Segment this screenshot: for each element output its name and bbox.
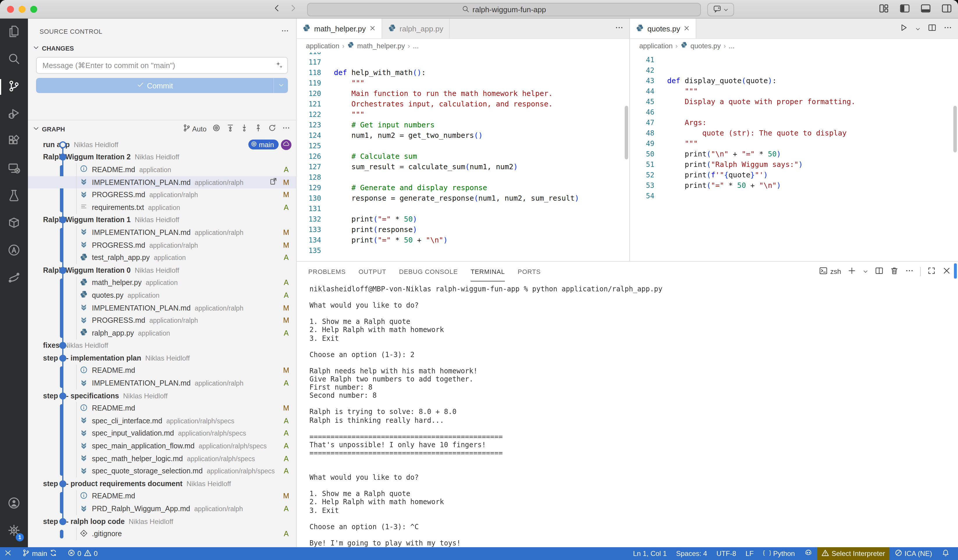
activity-run-and-debug[interactable]	[0, 101, 28, 128]
status-cursor-position[interactable]: Ln 1, Col 1	[629, 547, 671, 560]
close-tab-icon[interactable]	[684, 24, 690, 33]
graph-file-row[interactable]: PRD_Ralph_Wiggum_App.mdapplication/ralph…	[28, 503, 296, 515]
status-indentation[interactable]: Spaces: 4	[672, 547, 711, 560]
commit-button[interactable]: Commit	[36, 78, 273, 93]
graph-commit-row[interactable]: Ralph Wiggum Iteration 0Niklas Heidloff	[28, 264, 296, 276]
panel-tab-terminal[interactable]: TERMINAL	[471, 262, 505, 281]
graph-commit-row[interactable]: run appNiklas Heidloffmain	[28, 138, 296, 151]
graph-commit-row[interactable]: step 2 - specificationsNiklas Heidloff	[28, 390, 296, 402]
more-actions-icon[interactable]	[944, 23, 952, 34]
editor-scrollbar[interactable]	[953, 106, 957, 152]
zoom-window-button[interactable]	[30, 6, 37, 13]
graph-file-row[interactable]: .gitignoreA	[28, 528, 296, 540]
graph-file-row[interactable]: README.mdapplicationA	[28, 163, 296, 176]
customize-layout-icon[interactable]	[878, 3, 889, 16]
terminal-output[interactable]: niklasheidloff@MBP-von-Niklas ralph-wigg…	[297, 281, 958, 547]
split-editor-icon[interactable]	[928, 23, 936, 34]
push-button[interactable]	[254, 124, 262, 134]
graph-file-row[interactable]: test_ralph_app.pyapplicationA	[28, 252, 296, 264]
activity-containers[interactable]	[0, 210, 28, 237]
refresh-button[interactable]	[268, 124, 276, 134]
panel-tab-problems[interactable]: PROBLEMS	[308, 262, 346, 281]
terminal-shell-selector[interactable]: zsh	[819, 267, 841, 277]
navigate-back-icon[interactable]	[271, 3, 283, 14]
panel-scrollbar[interactable]	[954, 263, 957, 279]
editor-scrollbar[interactable]	[625, 106, 628, 159]
status-ica-status[interactable]: ICA (NE)	[890, 547, 936, 560]
graph-file-row[interactable]: spec_quote_storage_selection.mdapplicati…	[28, 465, 296, 478]
graph-file-row[interactable]: requirements.txtapplicationA	[28, 201, 296, 214]
navigate-forward-icon[interactable]	[287, 3, 299, 14]
status-copilot[interactable]	[800, 547, 816, 560]
panel-tab-ports[interactable]: PORTS	[518, 262, 541, 281]
graph-file-row[interactable]: README.mdM	[28, 364, 296, 377]
commit-dropdown-button[interactable]	[273, 78, 288, 93]
chat-button[interactable]	[707, 3, 734, 16]
graph-commit-row[interactable]: Ralph Wiggum Iteration 2Niklas Heidloff	[28, 151, 296, 163]
graph-file-row[interactable]: spec_cli_interface.mdapplication/ralph/s…	[28, 415, 296, 427]
commit-message-input[interactable]	[36, 57, 288, 74]
close-tab-icon[interactable]	[370, 24, 376, 33]
activity-search[interactable]	[0, 46, 28, 73]
activity-remote-explorer[interactable]	[0, 155, 28, 182]
chevron-down-icon[interactable]	[863, 267, 868, 277]
minimize-window-button[interactable]	[19, 6, 25, 13]
activity-extension-link[interactable]	[0, 265, 28, 292]
activity-explorer[interactable]	[0, 19, 28, 46]
graph-commit-row[interactable]: step 3 - implementation planNiklas Heidl…	[28, 352, 296, 364]
run-python-file-icon[interactable]	[899, 23, 908, 34]
status-notifications[interactable]	[937, 547, 953, 560]
graph-commit-row[interactable]: step 0 - ralph loop codeNiklas Heidloff	[28, 515, 296, 528]
graph-file-row[interactable]: IMPLEMENTATION_PLAN.mdapplication/ralphA	[28, 377, 296, 390]
graph-section-header[interactable]: GRAPH	[42, 125, 65, 132]
more-actions-icon[interactable]	[281, 27, 289, 36]
graph-file-row[interactable]: quotes.pyapplicationA	[28, 289, 296, 301]
status-select-interpreter[interactable]: Select Interpreter	[817, 547, 889, 560]
toggle-primary-sidebar-icon[interactable]	[899, 3, 910, 16]
branch-badge[interactable]: main	[248, 140, 279, 150]
status-language-mode[interactable]: { }Python	[759, 547, 799, 560]
graph-file-row[interactable]: PROGRESS.mdapplication/ralphM	[28, 239, 296, 252]
changes-section-header[interactable]: CHANGES	[28, 36, 296, 52]
tab-quotes[interactable]: quotes.py	[630, 19, 696, 38]
graph-file-row[interactable]: ralph_app.pyapplicationA	[28, 327, 296, 339]
tab-math-helper[interactable]: math_helper.py	[297, 19, 382, 38]
toggle-panel-icon[interactable]	[920, 3, 931, 16]
activity-accounts[interactable]	[0, 490, 28, 517]
generate-commit-message-icon[interactable]	[275, 61, 283, 71]
panel-tab-debug-console[interactable]: DEBUG CONSOLE	[399, 262, 458, 281]
toggle-secondary-sidebar-icon[interactable]	[941, 3, 952, 16]
activity-extension-a[interactable]	[0, 237, 28, 265]
graph-file-row[interactable]: PROGRESS.mdapplication/ralphM	[28, 314, 296, 327]
status-branch-status[interactable]: main	[18, 547, 61, 560]
graph-file-row[interactable]: IMPLEMENTATION_PLAN.mdapplication/ralphM	[28, 301, 296, 314]
activity-settings[interactable]: 1	[0, 517, 28, 545]
code-editor-math-helper[interactable]: 116117118def help_with_math():119 """120…	[297, 52, 630, 260]
maximize-panel-icon[interactable]	[927, 266, 936, 277]
auto-toggle[interactable]: Auto	[183, 124, 206, 134]
kill-terminal-icon[interactable]	[890, 266, 899, 277]
tab-ralph-app[interactable]: ralph_app.py	[382, 19, 450, 38]
graph-file-row[interactable]: PROGRESS.mdapplication/ralphM	[28, 189, 296, 201]
status-remote-indicator[interactable]	[0, 547, 16, 560]
graph-file-row[interactable]: spec_math_helper_logic.mdapplication/ral…	[28, 452, 296, 465]
code-editor-quotes[interactable]: 414243def display_quote(quote):44 """45 …	[630, 52, 958, 260]
graph-file-row[interactable]: README.mdM	[28, 402, 296, 415]
open-file-icon[interactable]	[269, 179, 278, 187]
fetch-button[interactable]	[226, 124, 235, 134]
graph-file-row[interactable]: README.mdM	[28, 490, 296, 503]
graph-file-row[interactable]: math_helper.pyapplicationA	[28, 276, 296, 289]
graph-file-row[interactable]: spec_input_validation.mdapplication/ralp…	[28, 427, 296, 439]
more-actions-icon[interactable]	[615, 23, 623, 34]
close-panel-icon[interactable]	[942, 266, 951, 277]
breadcrumb[interactable]: application › math_helper.py › ...	[297, 39, 630, 52]
status-problems-status[interactable]: 00	[63, 547, 102, 560]
status-eol[interactable]: LF	[741, 547, 758, 560]
pull-button[interactable]	[240, 124, 248, 134]
activity-testing[interactable]	[0, 182, 28, 210]
graph-commit-row[interactable]: fixesNiklas Heidloff	[28, 339, 296, 352]
graph-file-row[interactable]: spec_main_application_flow.mdapplication…	[28, 440, 296, 452]
graph-commit-row[interactable]: Ralph Wiggum Iteration 1Niklas Heidloff	[28, 214, 296, 226]
split-terminal-icon[interactable]	[875, 266, 883, 277]
more-actions-icon[interactable]	[905, 266, 914, 277]
